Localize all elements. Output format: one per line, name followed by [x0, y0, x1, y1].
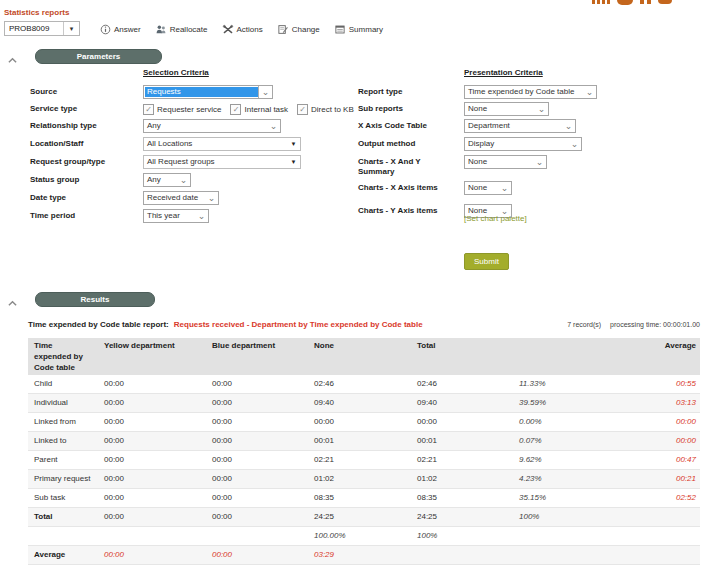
results-table: Time expended by Code tableYellow depart…: [28, 338, 700, 565]
set-chart-palette-link[interactable]: [Set chart palette]: [464, 214, 527, 223]
collapse-parameters-icon[interactable]: [7, 51, 19, 61]
table-row: Average00:0000:0003:29: [28, 546, 700, 565]
selected-value: Any: [144, 174, 177, 186]
charts-x-axis-items-select[interactable]: None⌄: [464, 181, 512, 195]
tools-icon: [222, 24, 234, 35]
location-staff-select[interactable]: All Locations▼: [143, 137, 301, 151]
checkbox-label: Internal task: [244, 105, 288, 114]
table-cell: 00:00: [208, 546, 310, 565]
table-cell: 00:00: [310, 413, 413, 432]
toolbar-label: Summary: [349, 25, 383, 34]
table-row: Total00:0000:0024:2524:25100%: [28, 508, 700, 527]
chevron-down-icon: ⌄: [568, 139, 581, 149]
table-cell: [515, 527, 617, 546]
summary-document-icon: [334, 24, 346, 35]
relationship-type-select[interactable]: Any⌄: [143, 119, 281, 133]
clipped-icon: [658, 0, 672, 4]
sub-reports-select[interactable]: None⌄: [464, 102, 549, 116]
x-axis-code-table-select[interactable]: Department⌄: [464, 119, 576, 133]
table-cell: 02:21: [413, 451, 515, 470]
table-cell: 00:00: [100, 375, 208, 394]
change-button[interactable]: Change: [277, 24, 320, 35]
direct-to-kb-checkbox[interactable]: ✓Direct to KB: [297, 104, 354, 115]
table-cell: 00:00: [100, 489, 208, 508]
column-header: Time expended by Code table: [28, 338, 100, 375]
selected-value: None: [465, 182, 498, 194]
row-label: Linked from: [28, 413, 100, 432]
table-cell: 03:29: [310, 546, 413, 565]
table-cell: 00:00: [208, 394, 310, 413]
table-cell: 00:00: [617, 413, 700, 432]
table-cell: [100, 527, 208, 546]
charts-x-and-y-summary-select[interactable]: None⌄: [464, 155, 547, 169]
source-select[interactable]: Requests⌄: [143, 85, 273, 99]
results-section-header[interactable]: Results: [35, 292, 155, 307]
row-label: Child: [28, 375, 100, 394]
toolbar-label: Answer: [114, 25, 141, 34]
actions-button[interactable]: Actions: [222, 24, 263, 35]
report-type-label: Report type: [358, 87, 450, 97]
processing-time: processing time: 00:00:01.00: [610, 321, 700, 328]
dropdown-arrow-icon: ▼: [287, 159, 300, 165]
chevron-down-icon[interactable]: ▾: [63, 22, 79, 35]
reallocate-button[interactable]: Reallocate: [155, 24, 208, 35]
table-cell: 11.33%: [515, 375, 617, 394]
selected-value: Display: [465, 138, 568, 150]
table-row: 100.00%100%: [28, 527, 700, 546]
internal-task-checkbox[interactable]: ✓Internal task: [230, 104, 288, 115]
collapse-results-icon[interactable]: [7, 294, 19, 304]
table-cell: 24:25: [413, 508, 515, 527]
clipped-icon: [640, 0, 644, 4]
status-group-label: Status group: [30, 175, 140, 185]
requester-service-checkbox[interactable]: ✓Requester service: [143, 104, 221, 115]
date-type-select[interactable]: Received date⌄: [143, 191, 219, 205]
selected-value: Time expended by Code table: [465, 86, 583, 98]
column-header: Total: [413, 338, 515, 375]
table-cell: 4.23%: [515, 470, 617, 489]
statistics-reports-page: Statistics reports PROB8009 ▾ AnswerReal…: [0, 0, 710, 565]
report-title: Time expended by Code table report:: [28, 320, 169, 329]
table-cell: 02:46: [413, 375, 515, 394]
table-cell: 02:21: [310, 451, 413, 470]
toolbar: AnswerReallocateActionsChangeSummary: [100, 22, 383, 36]
clipped-icon: [592, 0, 595, 4]
column-header: Average: [617, 338, 700, 375]
selected-value: All Request groups: [144, 156, 287, 168]
table-cell: 08:35: [413, 489, 515, 508]
selected-value: Requests: [145, 87, 258, 97]
output-method-select[interactable]: Display⌄: [464, 137, 582, 151]
table-cell: 00:00: [100, 451, 208, 470]
table-cell: 00:55: [617, 375, 700, 394]
summary-button[interactable]: Summary: [334, 24, 383, 35]
selected-value: All Locations: [144, 138, 287, 150]
table-cell: 02:52: [617, 489, 700, 508]
checkbox-label: Requester service: [157, 105, 221, 114]
table-cell: 00:00: [208, 470, 310, 489]
output-method-label: Output method: [358, 139, 450, 149]
parameters-section-header[interactable]: Parameters: [35, 49, 162, 64]
table-cell: [617, 527, 700, 546]
answer-button[interactable]: Answer: [100, 24, 141, 35]
table-row: Parent00:0000:0002:2102:219.62%00:47: [28, 451, 700, 470]
selection-criteria-title: Selection Criteria: [143, 68, 209, 77]
chevron-down-icon: ⌄: [267, 121, 280, 131]
table-cell: 09:40: [310, 394, 413, 413]
selected-value: Any: [144, 120, 267, 132]
report-id-combobox[interactable]: PROB8009 ▾: [4, 21, 80, 36]
request-group-type-select[interactable]: All Request groups▼: [143, 155, 301, 169]
table-cell: 00:21: [617, 470, 700, 489]
clipped-icon: [647, 0, 651, 4]
selected-value: Department: [465, 120, 562, 132]
time-period-select[interactable]: This year⌄: [143, 209, 209, 223]
relationship-type-label: Relationship type: [30, 121, 140, 131]
chevron-down-icon: ⌄: [195, 211, 208, 221]
table-cell: 0.00%: [515, 413, 617, 432]
report-type-select[interactable]: Time expended by Code table⌄: [464, 85, 597, 99]
change-document-icon: [277, 24, 289, 35]
table-cell: 0.07%: [515, 432, 617, 451]
status-group-select[interactable]: Any⌄: [143, 173, 191, 187]
column-header: Yellow department: [100, 338, 208, 375]
charts-y-axis-items-label: Charts - Y Axis items: [358, 206, 450, 216]
submit-button[interactable]: Submit: [464, 253, 509, 270]
charts-x-axis-items-label: Charts - X Axis items: [358, 183, 450, 193]
